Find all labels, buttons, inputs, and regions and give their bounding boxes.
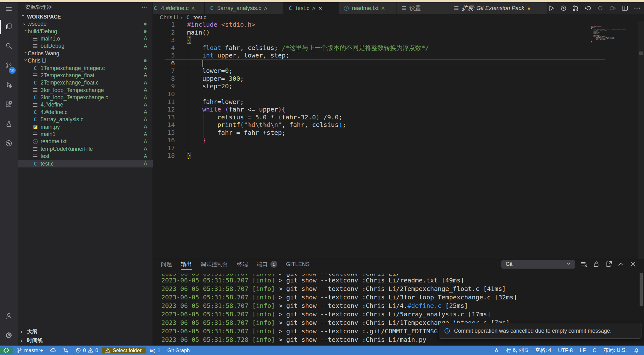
keyboard-layout[interactable]: 布局: U.S. [601, 347, 630, 354]
tree-item[interactable]: C3for_loop_Tempexchange.cA [18, 94, 153, 101]
tree-item[interactable]: main.pyA [18, 123, 153, 130]
cursor-position[interactable]: 行 6, 列 5 [503, 347, 531, 354]
tree-item[interactable]: 3for_loop_TempexchangeA [18, 87, 153, 94]
c-icon: C [208, 6, 215, 11]
editor-tab[interactable]: C 4.#define.c A [153, 2, 205, 14]
chevron-up-icon[interactable] [617, 261, 624, 268]
editor-scrollbar[interactable] [638, 21, 644, 259]
info-icon: i [32, 139, 38, 144]
tree-item[interactable]: testA [18, 153, 153, 160]
close-tab-icon[interactable]: × [319, 5, 322, 11]
tree-item[interactable]: outDebugA [18, 42, 153, 50]
broadcast-item[interactable]: 1 [147, 347, 163, 353]
nav-forward-icon[interactable] [609, 5, 616, 12]
panel-tab[interactable]: 端口 1 [257, 259, 277, 269]
notifications-bell[interactable] [631, 347, 642, 353]
tab-label: 扩展: Git Extension Pack [462, 4, 524, 12]
output-channel-select[interactable]: Git [501, 260, 575, 269]
notification-toast[interactable]: Commit operation was cancelled due to em… [439, 323, 641, 339]
files-icon [5, 23, 12, 31]
port-item[interactable] [491, 347, 502, 353]
git-compare-icon[interactable] [572, 5, 579, 12]
select-folder-item[interactable]: Select folder. [102, 347, 145, 353]
c-icon: C [32, 80, 38, 85]
compare-item[interactable] [60, 347, 71, 353]
tree-item[interactable]: tempCodeRunnerFileA [18, 145, 153, 153]
tree-item[interactable]: 4.#defineA [18, 101, 153, 108]
breadcrumb-folder[interactable]: Chris Li [160, 14, 178, 21]
activity-run-and-debug[interactable] [0, 76, 18, 95]
panel-tab[interactable]: 问题 [161, 259, 172, 269]
workspace-section-header[interactable]: › WORKSPACE [18, 13, 153, 20]
publish-item[interactable] [47, 347, 59, 353]
more-actions-icon[interactable] [634, 5, 641, 12]
open-in-editor-icon[interactable] [605, 261, 612, 268]
activity-manage[interactable] [0, 326, 18, 346]
code-line: 3 { [153, 36, 644, 44]
tree-item[interactable]: ›build/Debug [18, 28, 153, 35]
git-graph-item[interactable]: Git Graph [164, 347, 193, 353]
editor-tab[interactable]: 扩展: Git Extension Pack ★ [449, 2, 548, 14]
tree-item-label: 5array_analysis.c [41, 116, 83, 123]
run-icon[interactable] [548, 5, 555, 12]
branch-item[interactable]: master+ [14, 347, 46, 353]
breadcrumb[interactable]: Chris Li › C test.c [153, 14, 644, 21]
file-icon [32, 88, 38, 93]
tree-item[interactable]: ›.vscode [18, 20, 153, 28]
tree-item[interactable]: ireadme.txtA [18, 138, 153, 145]
tab-label: 4.#define.c [161, 5, 189, 12]
close-icon[interactable] [630, 261, 636, 268]
unlock-icon[interactable] [593, 261, 600, 268]
remote-indicator[interactable] [0, 347, 13, 354]
tree-item[interactable]: C1Tempexchange_integer.cA [18, 64, 153, 72]
git-added-badge: A [144, 80, 147, 86]
panel-tab[interactable]: GITLENS [286, 259, 310, 269]
tree-item[interactable]: main1A [18, 131, 153, 138]
language-mode[interactable]: C [590, 347, 599, 353]
problems-item[interactable]: 0 0 [73, 347, 101, 353]
activity-testing[interactable] [0, 115, 18, 134]
nav-back-icon[interactable] [585, 5, 591, 12]
tree-item[interactable]: ›Chris Li [18, 57, 153, 64]
tree-item[interactable]: C5array_analysis.cA [18, 116, 153, 123]
timeline-section-header[interactable]: › 时间线 [18, 336, 153, 345]
file-icon [32, 36, 38, 41]
activity-accounts[interactable] [0, 307, 18, 326]
tree-item[interactable]: Ctest.cA [18, 160, 153, 167]
panel-tab[interactable]: 终端 [237, 259, 248, 269]
panel-scrollbar[interactable] [640, 273, 643, 306]
tree-item[interactable]: C4.#define.cA [18, 109, 153, 116]
tree-item[interactable]: C2Tempexchange_float.cA [18, 79, 153, 86]
encoding[interactable]: UTF-8 [555, 347, 576, 353]
editor-tab[interactable]: 设置 [397, 2, 449, 14]
nav-circle-icon[interactable] [597, 5, 604, 12]
eol[interactable]: LF [577, 347, 589, 353]
activity-search[interactable] [0, 37, 18, 56]
tree-item[interactable]: main1.oA [18, 35, 153, 42]
editor-tab[interactable]: i readme.txt A [339, 2, 397, 14]
outline-section-header[interactable]: › 大纲 [18, 327, 153, 336]
breadcrumb-file[interactable]: test.c [193, 14, 206, 21]
activity-menu[interactable] [0, 2, 18, 17]
activity-explorer[interactable] [0, 17, 18, 37]
panel-tab[interactable]: 输出 [181, 259, 192, 269]
output-line: 2023-06-05 05:31:58.707 [info] > git sho… [161, 327, 460, 336]
history-icon[interactable] [560, 5, 567, 12]
panel-tab[interactable]: 调试控制台 [201, 259, 228, 269]
activity-git-graph[interactable] [0, 134, 18, 154]
split-editor-icon[interactable] [621, 5, 628, 12]
git-added-badge: A [144, 102, 147, 108]
tree-item[interactable]: ›Carlos Wang [18, 50, 153, 57]
explorer-actions-button[interactable]: ⋯ [142, 3, 148, 11]
editor-tab[interactable]: C test.c A × [283, 2, 339, 14]
git-graph-icon [5, 140, 12, 148]
clear-output-icon[interactable] [580, 261, 587, 268]
activity-extensions[interactable] [0, 95, 18, 115]
indent-guide [30, 35, 30, 50]
activity-source-control[interactable]: 19 [0, 56, 18, 76]
code-editor[interactable]: 1 #include <stdio.h> 2 main() 3 { 4 floa… [153, 21, 644, 259]
tree-item[interactable]: 2Tempexchange_floatA [18, 72, 153, 79]
editor-tab[interactable]: C 5array_analysis.c A [205, 2, 283, 14]
indentation[interactable]: 空格: 4 [532, 347, 554, 354]
tree-item-label: outDebug [41, 43, 64, 49]
